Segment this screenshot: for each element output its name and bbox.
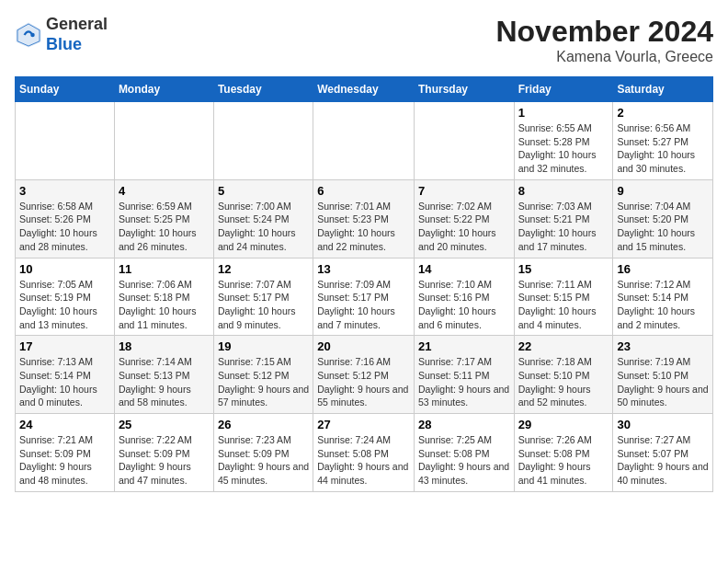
day-info: Sunrise: 7:22 AM Sunset: 5:09 PM Dayligh…: [119, 433, 210, 488]
weekday-header: Thursday: [414, 77, 514, 102]
calendar-cell: 28Sunrise: 7:25 AM Sunset: 5:08 PM Dayli…: [414, 414, 514, 492]
calendar-table: SundayMondayTuesdayWednesdayThursdayFrid…: [15, 76, 713, 492]
logo-blue: Blue: [46, 35, 108, 55]
day-info: Sunrise: 6:56 AM Sunset: 5:27 PM Dayligh…: [617, 121, 709, 176]
day-info: Sunrise: 7:10 AM Sunset: 5:16 PM Dayligh…: [418, 278, 510, 332]
calendar-cell: 15Sunrise: 7:11 AM Sunset: 5:15 PM Dayli…: [514, 258, 613, 336]
calendar-week-row: 24Sunrise: 7:21 AM Sunset: 5:09 PM Dayli…: [16, 414, 713, 492]
day-info: Sunrise: 7:19 AM Sunset: 5:10 PM Dayligh…: [617, 355, 709, 409]
day-info: Sunrise: 7:16 AM Sunset: 5:12 PM Dayligh…: [317, 355, 410, 409]
calendar-cell: 5Sunrise: 7:00 AM Sunset: 5:24 PM Daylig…: [213, 179, 313, 258]
day-number: 14: [418, 262, 510, 276]
day-number: 1: [518, 106, 609, 120]
day-number: 11: [119, 262, 210, 276]
day-info: Sunrise: 7:21 AM Sunset: 5:09 PM Dayligh…: [19, 433, 110, 488]
day-number: 25: [119, 418, 210, 431]
day-info: Sunrise: 7:25 AM Sunset: 5:08 PM Dayligh…: [418, 433, 510, 488]
day-info: Sunrise: 7:26 AM Sunset: 5:08 PM Dayligh…: [518, 433, 609, 488]
day-number: 15: [518, 262, 609, 276]
calendar-cell: [213, 102, 313, 180]
day-info: Sunrise: 7:12 AM Sunset: 5:14 PM Dayligh…: [617, 278, 709, 332]
svg-marker-0: [17, 22, 41, 47]
logo-general: General: [46, 15, 108, 35]
day-number: 5: [218, 184, 309, 198]
day-info: Sunrise: 7:18 AM Sunset: 5:10 PM Dayligh…: [518, 355, 609, 409]
calendar-cell: 2Sunrise: 6:56 AM Sunset: 5:27 PM Daylig…: [613, 102, 713, 180]
day-info: Sunrise: 7:01 AM Sunset: 5:23 PM Dayligh…: [317, 200, 410, 254]
calendar-cell: 6Sunrise: 7:01 AM Sunset: 5:23 PM Daylig…: [313, 179, 415, 258]
calendar-week-row: 17Sunrise: 7:13 AM Sunset: 5:14 PM Dayli…: [16, 336, 713, 414]
calendar-cell: 13Sunrise: 7:09 AM Sunset: 5:17 PM Dayli…: [313, 258, 415, 336]
day-info: Sunrise: 7:23 AM Sunset: 5:09 PM Dayligh…: [218, 433, 309, 488]
calendar-cell: 29Sunrise: 7:26 AM Sunset: 5:08 PM Dayli…: [514, 414, 613, 492]
day-number: 16: [617, 262, 709, 276]
calendar-cell: 4Sunrise: 6:59 AM Sunset: 5:25 PM Daylig…: [114, 179, 213, 258]
day-number: 29: [518, 418, 609, 431]
calendar-body: 1Sunrise: 6:55 AM Sunset: 5:28 PM Daylig…: [16, 102, 713, 492]
day-info: Sunrise: 7:04 AM Sunset: 5:20 PM Dayligh…: [617, 200, 709, 254]
day-info: Sunrise: 7:17 AM Sunset: 5:11 PM Dayligh…: [418, 355, 510, 409]
calendar-cell: 30Sunrise: 7:27 AM Sunset: 5:07 PM Dayli…: [613, 414, 713, 492]
calendar-cell: 19Sunrise: 7:15 AM Sunset: 5:12 PM Dayli…: [213, 336, 313, 414]
day-info: Sunrise: 7:09 AM Sunset: 5:17 PM Dayligh…: [317, 278, 410, 332]
weekday-header: Wednesday: [313, 77, 415, 102]
day-info: Sunrise: 6:58 AM Sunset: 5:26 PM Dayligh…: [19, 200, 110, 254]
weekday-row: SundayMondayTuesdayWednesdayThursdayFrid…: [16, 77, 713, 102]
calendar-cell: 16Sunrise: 7:12 AM Sunset: 5:14 PM Dayli…: [613, 258, 713, 336]
day-number: 3: [19, 184, 110, 198]
calendar-cell: [16, 102, 115, 180]
day-number: 24: [19, 418, 110, 431]
calendar-cell: 23Sunrise: 7:19 AM Sunset: 5:10 PM Dayli…: [613, 336, 713, 414]
calendar-cell: [114, 102, 213, 180]
day-info: Sunrise: 6:55 AM Sunset: 5:28 PM Dayligh…: [518, 121, 609, 176]
location: Kamena Vourla, Greece: [495, 49, 713, 65]
weekday-header: Saturday: [613, 77, 713, 102]
day-info: Sunrise: 7:11 AM Sunset: 5:15 PM Dayligh…: [518, 278, 609, 332]
calendar-cell: 11Sunrise: 7:06 AM Sunset: 5:18 PM Dayli…: [114, 258, 213, 336]
day-number: 2: [617, 106, 709, 120]
day-info: Sunrise: 7:24 AM Sunset: 5:08 PM Dayligh…: [317, 433, 410, 488]
day-number: 7: [418, 184, 510, 198]
day-number: 30: [617, 418, 709, 431]
day-info: Sunrise: 7:27 AM Sunset: 5:07 PM Dayligh…: [617, 433, 709, 488]
month-title: November 2024: [495, 15, 713, 49]
day-info: Sunrise: 7:06 AM Sunset: 5:18 PM Dayligh…: [119, 278, 210, 332]
svg-point-2: [30, 32, 35, 37]
day-number: 4: [119, 184, 210, 198]
day-number: 26: [218, 418, 309, 431]
day-number: 20: [317, 339, 410, 353]
calendar-cell: 17Sunrise: 7:13 AM Sunset: 5:14 PM Dayli…: [16, 336, 115, 414]
day-info: Sunrise: 7:03 AM Sunset: 5:21 PM Dayligh…: [518, 200, 609, 254]
weekday-header: Sunday: [16, 77, 115, 102]
day-number: 22: [518, 339, 609, 353]
calendar-cell: 3Sunrise: 6:58 AM Sunset: 5:26 PM Daylig…: [16, 179, 115, 258]
weekday-header: Tuesday: [213, 77, 313, 102]
day-number: 9: [617, 184, 709, 198]
calendar-week-row: 3Sunrise: 6:58 AM Sunset: 5:26 PM Daylig…: [16, 179, 713, 258]
day-number: 17: [19, 339, 110, 353]
day-info: Sunrise: 7:02 AM Sunset: 5:22 PM Dayligh…: [418, 200, 510, 254]
day-info: Sunrise: 7:15 AM Sunset: 5:12 PM Dayligh…: [218, 355, 309, 409]
calendar-cell: 22Sunrise: 7:18 AM Sunset: 5:10 PM Dayli…: [514, 336, 613, 414]
day-number: 6: [317, 184, 410, 198]
day-number: 18: [119, 339, 210, 353]
calendar-week-row: 1Sunrise: 6:55 AM Sunset: 5:28 PM Daylig…: [16, 102, 713, 180]
calendar-cell: 7Sunrise: 7:02 AM Sunset: 5:22 PM Daylig…: [414, 179, 514, 258]
day-number: 19: [218, 339, 309, 353]
calendar-cell: 26Sunrise: 7:23 AM Sunset: 5:09 PM Dayli…: [213, 414, 313, 492]
calendar-cell: 10Sunrise: 7:05 AM Sunset: 5:19 PM Dayli…: [16, 258, 115, 336]
day-number: 28: [418, 418, 510, 431]
day-number: 21: [418, 339, 510, 353]
calendar-header: SundayMondayTuesdayWednesdayThursdayFrid…: [16, 77, 713, 102]
calendar-cell: 12Sunrise: 7:07 AM Sunset: 5:17 PM Dayli…: [213, 258, 313, 336]
day-number: 23: [617, 339, 709, 353]
day-info: Sunrise: 7:05 AM Sunset: 5:19 PM Dayligh…: [19, 278, 110, 332]
day-number: 27: [317, 418, 410, 431]
calendar-cell: 25Sunrise: 7:22 AM Sunset: 5:09 PM Dayli…: [114, 414, 213, 492]
calendar-cell: 9Sunrise: 7:04 AM Sunset: 5:20 PM Daylig…: [613, 179, 713, 258]
title-block: November 2024 Kamena Vourla, Greece: [495, 15, 713, 65]
calendar-cell: 24Sunrise: 7:21 AM Sunset: 5:09 PM Dayli…: [16, 414, 115, 492]
calendar-cell: 1Sunrise: 6:55 AM Sunset: 5:28 PM Daylig…: [514, 102, 613, 180]
logo-icon: [15, 21, 42, 49]
calendar-cell: 8Sunrise: 7:03 AM Sunset: 5:21 PM Daylig…: [514, 179, 613, 258]
